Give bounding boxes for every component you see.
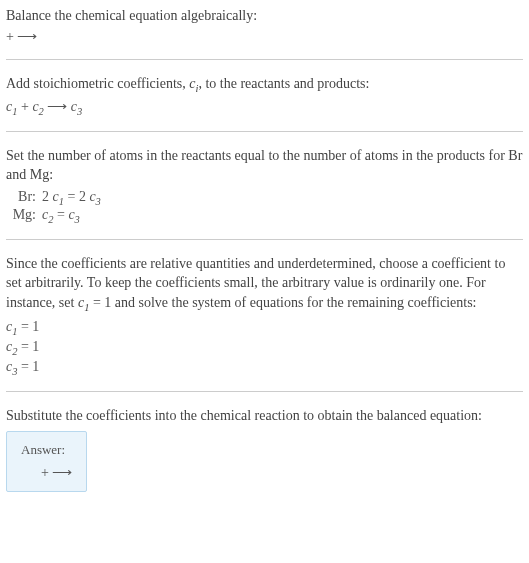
eq-sign: =: [64, 189, 79, 204]
section-stoichiometric: Add stoichiometric coefficients, ci, to …: [6, 74, 523, 117]
atom-table: Br: 2 c1 = 2 c3 Mg: c2 = c3: [6, 189, 523, 225]
c-val: = 1: [17, 359, 39, 374]
rhs-s: 3: [75, 214, 80, 225]
divider: [6, 239, 523, 240]
c3-sub: 3: [77, 106, 82, 117]
c-val: = 1: [17, 339, 39, 354]
eq-sign: =: [53, 207, 68, 222]
divider: [6, 131, 523, 132]
lhs-coef: 2: [42, 189, 53, 204]
rhs-s: 3: [96, 196, 101, 207]
answer-label: Answer:: [21, 442, 72, 458]
intro-text: Balance the chemical equation algebraica…: [6, 6, 523, 26]
section-balance-intro: Balance the chemical equation algebraica…: [6, 6, 523, 45]
divider: [6, 59, 523, 60]
answer-text: Substitute the coefficients into the che…: [6, 406, 523, 426]
atom-eq: c2 = c3: [42, 207, 80, 225]
atom-label: Mg:: [6, 207, 42, 223]
solve-mid: = 1 and solve the system of equations fo…: [89, 295, 476, 310]
rhs-coef: 2: [79, 189, 90, 204]
divider: [6, 391, 523, 392]
coef-row: c2 = 1: [6, 339, 523, 357]
coef-row: c3 = 1: [6, 359, 523, 377]
solve-text: Since the coefficients are relative quan…: [6, 254, 523, 316]
atom-row: Mg: c2 = c3: [6, 207, 523, 225]
section-answer: Substitute the coefficients into the che…: [6, 406, 523, 493]
stoich-text: Add stoichiometric coefficients, ci, to …: [6, 74, 523, 96]
coef-list: c1 = 1 c2 = 1 c3 = 1: [6, 319, 523, 376]
answer-content: + ⟶: [21, 464, 72, 481]
arrow: ⟶: [44, 99, 71, 114]
c-val: = 1: [17, 319, 39, 334]
plus: +: [17, 99, 32, 114]
stoich-post: , to the reactants and products:: [198, 76, 369, 91]
stoich-equation: c1 + c2 ⟶ c3: [6, 98, 523, 117]
atom-eq: 2 c1 = 2 c3: [42, 189, 101, 207]
atom-row: Br: 2 c1 = 2 c3: [6, 189, 523, 207]
answer-box: Answer: + ⟶: [6, 431, 87, 492]
atom-label: Br:: [6, 189, 42, 205]
section-atom-balance: Set the number of atoms in the reactants…: [6, 146, 523, 225]
atom-text: Set the number of atoms in the reactants…: [6, 146, 523, 185]
initial-reaction: + ⟶: [6, 28, 523, 45]
stoich-pre: Add stoichiometric coefficients,: [6, 76, 189, 91]
coef-row: c1 = 1: [6, 319, 523, 337]
section-solve: Since the coefficients are relative quan…: [6, 254, 523, 377]
